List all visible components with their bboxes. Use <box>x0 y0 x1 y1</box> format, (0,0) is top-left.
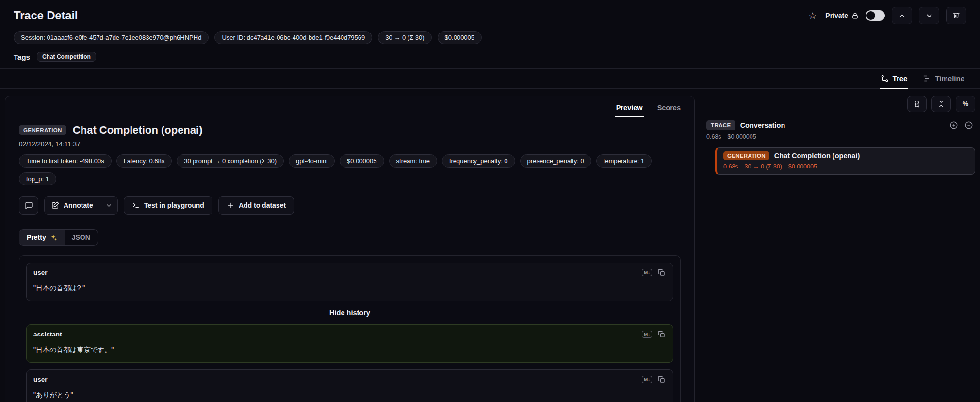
message-content: "日本の首都は? " <box>27 277 673 301</box>
tab-preview[interactable]: Preview <box>615 103 644 117</box>
page-title: Trace Detail <box>14 9 78 22</box>
fold-vertical-icon <box>937 100 945 108</box>
timeline-icon <box>923 74 931 83</box>
tab-timeline[interactable]: Timeline <box>922 69 965 88</box>
trace-root-row[interactable]: TRACE Conversation <box>706 120 975 131</box>
tags-label: Tags <box>14 53 30 61</box>
copy-button[interactable] <box>657 375 666 384</box>
generation-cost-badge: $0.000005 <box>340 154 384 168</box>
sparkles-icon <box>50 234 57 241</box>
message-tools: M↓ <box>642 375 666 384</box>
json-toggle[interactable]: JSON <box>65 230 98 245</box>
observation-title: Chat Completion (openai) <box>73 124 203 136</box>
observation-type-badge: GENERATION <box>19 125 66 135</box>
pen-square-icon <box>51 201 59 209</box>
toggle-knob <box>866 11 875 20</box>
toggle-scores-button[interactable] <box>907 96 927 112</box>
markdown-toggle-icon[interactable]: M↓ <box>642 331 652 338</box>
markdown-toggle-icon[interactable]: M↓ <box>642 269 652 277</box>
observation-timestamp: 02/12/2024, 14:11:37 <box>5 136 694 148</box>
session-badge[interactable]: Session: 01aaacf6-e0fe-457d-a7de-7c1ee08… <box>14 31 209 44</box>
temperature-badge: temperature: 1 <box>596 154 652 168</box>
tab-tree[interactable]: Tree <box>880 69 909 88</box>
tags-row: Tags Chat Competition <box>0 44 980 68</box>
stat-badges-row-1: Time to first token: -498.00s Latency: 0… <box>5 148 694 168</box>
trash-icon <box>952 12 960 19</box>
tree-toolbar: % <box>706 96 975 112</box>
toggle-metrics-button[interactable]: % <box>956 96 975 112</box>
chevron-down-icon <box>105 202 113 209</box>
minus-circle-icon <box>964 121 973 130</box>
copy-icon <box>658 269 665 276</box>
privacy-label: Private <box>825 12 848 19</box>
format-toggle: Pretty JSON <box>19 229 98 246</box>
frequency-penalty-badge: frequency_penalty: 0 <box>442 154 515 168</box>
bookmark-button[interactable]: ☆ <box>806 9 818 22</box>
tab-tree-label: Tree <box>893 74 908 83</box>
trace-cost: $0.000005 <box>728 134 756 140</box>
message-header: user M↓ <box>27 370 673 384</box>
copy-button[interactable] <box>657 268 666 277</box>
header-actions: ☆ Private <box>806 7 966 24</box>
node-latency: 0.68s <box>723 163 738 170</box>
message-header: user M↓ <box>27 263 673 277</box>
markdown-toggle-icon[interactable]: M↓ <box>642 376 652 384</box>
delete-trace-button[interactable] <box>946 7 966 24</box>
plus-circle-icon <box>949 121 958 130</box>
model-badge[interactable]: gpt-4o-mini <box>289 154 335 168</box>
json-label: JSON <box>72 234 90 241</box>
stream-param-badge: stream: true <box>389 154 437 168</box>
plus-icon <box>227 201 234 209</box>
collapse-children-button[interactable] <box>964 120 974 131</box>
award-icon <box>913 100 921 108</box>
terminal-icon <box>132 201 140 209</box>
chevron-down-icon <box>925 12 933 20</box>
generation-type-badge: GENERATION <box>723 151 769 160</box>
page-header: Trace Detail ☆ Private <box>0 0 980 26</box>
add-to-dataset-label: Add to dataset <box>239 201 286 209</box>
trace-row-actions <box>948 120 975 131</box>
chat-bubble-icon <box>25 201 33 210</box>
top-p-badge: top_p: 1 <box>19 172 56 185</box>
chevron-up-icon <box>898 12 906 20</box>
privacy-control: Private <box>825 12 859 19</box>
copy-button[interactable] <box>657 330 666 339</box>
expand-all-button[interactable] <box>948 120 959 131</box>
next-observation-button[interactable] <box>919 7 939 24</box>
comments-button[interactable] <box>19 196 38 215</box>
public-private-toggle[interactable] <box>866 10 885 21</box>
lock-icon <box>851 12 859 19</box>
token-usage-badge: 30 → 0 (Σ 30) <box>378 31 431 44</box>
message-content: "ありがとう" <box>27 384 673 402</box>
hide-history-button[interactable]: Hide history <box>26 308 673 318</box>
message-content: "日本の首都は東京です。" <box>27 339 673 362</box>
annotate-button[interactable]: Annotate <box>45 197 100 214</box>
meta-badges-row: Session: 01aaacf6-e0fe-457d-a7de-7c1ee08… <box>0 26 980 44</box>
view-tabs: Tree Timeline <box>0 69 980 89</box>
node-cost: $0.000005 <box>788 163 817 170</box>
annotate-label: Annotate <box>64 201 93 209</box>
user-id-badge[interactable]: User ID: dc47a41e-06bc-400d-bde1-f0e440d… <box>214 31 372 44</box>
test-in-playground-button[interactable]: Test in playground <box>124 196 212 215</box>
message-assistant: assistant M↓ "日本の首都は東京です。" <box>26 324 673 363</box>
test-in-playground-label: Test in playground <box>144 201 204 209</box>
tree-node-generation[interactable]: GENERATION Chat Completion (openai) 0.68… <box>715 147 975 175</box>
collapse-all-button[interactable] <box>931 96 951 112</box>
presence-penalty-badge: presence_penalty: 0 <box>520 154 591 168</box>
stat-badges-row-2: top_p: 1 <box>5 168 694 185</box>
main-content: Preview Scores GENERATION Chat Completio… <box>0 89 980 402</box>
tab-scores[interactable]: Scores <box>656 103 682 117</box>
trace-metrics: 0.68s $0.000005 <box>706 134 975 140</box>
add-to-dataset-button[interactable]: Add to dataset <box>218 196 294 215</box>
pretty-toggle[interactable]: Pretty <box>19 230 65 245</box>
actions-row: Annotate Test in playground Add to d <box>5 185 694 215</box>
tag-chat-competition[interactable]: Chat Competition <box>37 52 96 62</box>
detail-tabs: Preview Scores <box>5 103 694 117</box>
observation-detail-card: Preview Scores GENERATION Chat Completio… <box>5 96 695 402</box>
cost-badge: $0.000005 <box>438 31 482 44</box>
generation-header: GENERATION Chat Completion (openai) <box>5 117 694 136</box>
message-user-1: user M↓ "日本の首都は? " <box>26 263 673 301</box>
previous-observation-button[interactable] <box>892 7 912 24</box>
message-tools: M↓ <box>642 330 666 339</box>
annotate-dropdown-button[interactable] <box>100 197 117 214</box>
